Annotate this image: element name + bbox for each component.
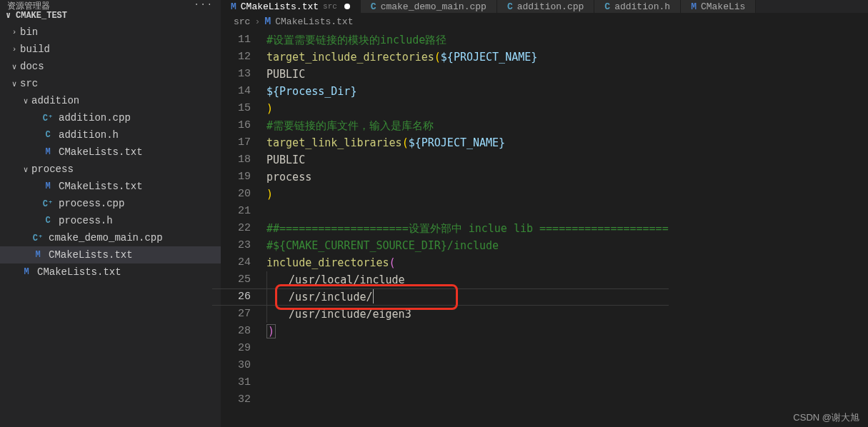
project-name: CMAKE_TEST [16,11,67,21]
code-line[interactable]: PUBLIC [266,66,669,83]
item-label: CMakeLists.txt [49,249,133,261]
file-icon: C⁺ [41,197,54,210]
item-label: CMakeLists.txt [59,146,143,158]
editor-tab[interactable]: MCMakeLists.txtsrc [221,0,361,13]
code-line[interactable]: PUBLIC [266,151,669,169]
file-icon: M [41,180,54,193]
chevron-icon: › [9,26,20,38]
code-line[interactable] [266,357,669,374]
project-header[interactable]: ∨ CMAKE_TEST [0,7,221,24]
tree-folder[interactable]: ∨process [0,161,221,178]
file-icon: C [41,214,54,227]
tree-folder[interactable]: ∨addition [0,92,221,109]
code-line[interactable]: ) [266,186,669,203]
tab-label: CMakeLis [701,1,745,12]
code-line[interactable]: process [266,169,669,186]
editor-tab[interactable]: MCMakeLis [681,0,756,13]
tree-file[interactable]: C⁺cmake_demo_main.cpp [0,229,221,246]
code-line[interactable] [266,374,669,391]
item-label: cmake_demo_main.cpp [49,232,163,243]
code-line[interactable]: /usr/include/ [266,288,669,306]
breadcrumb-seg[interactable]: CMakeLists.txt [275,16,353,27]
chevron-icon: ∨ [20,95,31,106]
code-line[interactable]: include_directories( [266,254,669,271]
line-gutter: 1112131415161718192021222324252627282930… [221,31,266,427]
line-number: 13 [221,66,251,83]
tree-file[interactable]: C⁺process.cpp [0,195,221,212]
code-line[interactable]: #需要链接的库文件，输入是库名称 [266,117,669,134]
line-number: 32 [221,391,251,408]
code-line[interactable]: target_link_libraries(${PROJECT_NAME} [266,134,669,151]
code-line[interactable] [266,391,669,408]
line-number: 30 [221,357,251,374]
code-line[interactable]: ##====================设置外部中 inclue lib =… [266,220,669,237]
item-label: docs [20,61,44,72]
line-number: 20 [221,186,251,203]
text-cursor [373,289,374,303]
item-label: CMakeLists.txt [37,266,121,278]
item-label: process.cpp [59,198,124,209]
editor-tab[interactable]: Caddition.cpp [497,0,594,13]
line-number: 18 [221,151,251,169]
code-line[interactable]: /usr/include/eigen3 [266,306,669,323]
file-icon: C⁺ [41,111,54,124]
tree-file[interactable]: MCMakeLists.txt [0,178,221,195]
line-number: 21 [221,203,251,220]
tab-label: addition.h [614,1,670,12]
line-number: 14 [221,83,251,100]
sidebar: 资源管理器 ··· ∨ CMAKE_TEST ›bin›build∨docs∨s… [0,0,221,427]
breadcrumb-seg[interactable]: src [234,16,250,27]
code-line[interactable]: ${Process_Dir} [266,83,669,100]
tab-label: addition.cpp [517,1,584,12]
editor-tab[interactable]: Ccmake_demo_main.cpp [361,0,497,13]
tree-file[interactable]: MCMakeLists.txt [0,263,221,281]
code-line[interactable] [266,340,669,357]
file-icon: M [20,266,33,278]
code-line[interactable] [266,203,669,220]
tree-file[interactable]: Caddition.h [0,126,221,144]
code-line[interactable]: #设置需要链接的模块的include路径 [266,31,669,49]
code-line[interactable]: ) [266,323,669,340]
line-number: 27 [221,306,251,323]
editor-area: MCMakeLists.txtsrcCcmake_demo_main.cppCa… [221,0,868,427]
tree-file[interactable]: MCMakeLists.txt [0,246,221,263]
watermark: CSDN @谢大旭 [793,411,859,424]
code-line[interactable]: target_include_directories(${PROJECT_NAM… [266,49,669,66]
item-label: process.h [59,215,113,226]
tree-file[interactable]: Cprocess.h [0,212,221,229]
item-label: build [20,44,50,55]
breadcrumb[interactable]: src › M CMakeLists.txt [221,13,868,30]
item-label: addition [31,95,79,106]
editor-tab[interactable]: Caddition.h [594,0,681,13]
cmake-icon: M [264,16,271,28]
line-number: 24 [221,254,251,271]
code-line[interactable]: #${CMAKE_CURRENT_SOURCE_DIR}/include [266,237,669,254]
code-area[interactable]: 1112131415161718192021222324252627282930… [221,30,868,427]
code-content[interactable]: #设置需要链接的模块的include路径target_include_direc… [266,31,669,427]
tab-label: CMakeLists.txt [241,1,319,12]
code-line[interactable]: ) [266,100,669,117]
line-number: 15 [221,100,251,117]
tree-folder[interactable]: ∨docs [0,58,221,75]
chevron-right-icon: › [254,16,260,27]
line-number: 22 [221,220,251,237]
line-number: 17 [221,134,251,151]
file-icon: M [231,1,236,12]
file-icon: M [31,248,44,261]
code-line[interactable]: /usr/local/include [266,271,669,288]
line-number: 29 [221,340,251,357]
tree-file[interactable]: MCMakeLists.txt [0,144,221,161]
line-number: 28 [221,323,251,340]
line-number: 25 [221,271,251,288]
tree-folder[interactable]: ›bin [0,24,221,41]
tab-bar: MCMakeLists.txtsrcCcmake_demo_main.cppCa… [221,0,868,13]
file-icon: C⁺ [31,231,44,244]
item-label: bin [20,26,38,38]
tree-folder[interactable]: ›build [0,41,221,58]
file-tree: ›bin›build∨docs∨src∨additionC⁺addition.c… [0,24,221,281]
tree-file[interactable]: C⁺addition.cpp [0,109,221,126]
tree-folder[interactable]: ∨src [0,75,221,92]
sidebar-panel-title: 资源管理器 ··· [0,0,221,7]
item-label: addition.h [59,129,119,141]
file-icon: C [41,129,54,141]
